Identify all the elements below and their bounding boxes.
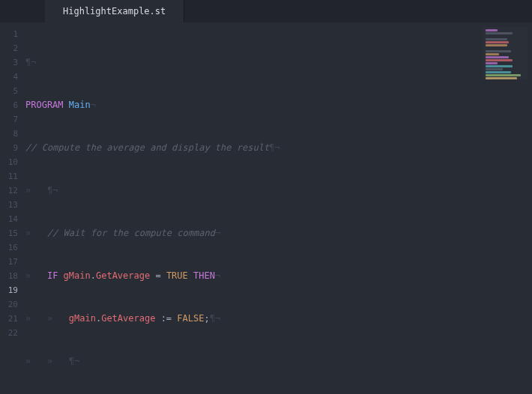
editor: 12345678910111213141516171819202122 ¶¬ P… (0, 22, 532, 394)
line-number: 8 (0, 127, 18, 141)
line-number: 18 (0, 269, 18, 283)
code-area[interactable]: ¶¬ PROGRAM Main¬ // Compute the average … (25, 22, 532, 394)
line-number: 14 (0, 212, 18, 226)
line-number: 16 (0, 240, 18, 255)
line-number: 9 (0, 141, 18, 155)
line-number: 6 (0, 98, 18, 112)
line-number: 17 (0, 255, 18, 269)
minimap[interactable] (483, 27, 528, 79)
line-number: 19 (0, 283, 18, 297)
line-number: 12 (0, 184, 18, 198)
line-number: 11 (0, 169, 18, 184)
file-tab[interactable]: HighlightExample.st (45, 0, 184, 22)
line-number: 7 (0, 112, 18, 127)
line-number: 5 (0, 84, 18, 98)
line-number: 3 (0, 55, 18, 70)
line-gutter: 12345678910111213141516171819202122 (0, 22, 25, 394)
line-number: 2 (0, 41, 18, 55)
line-number: 13 (0, 198, 18, 212)
line-number: 22 (0, 326, 18, 340)
tab-bar: HighlightExample.st (0, 0, 532, 22)
line-number: 10 (0, 155, 18, 169)
line-number: 4 (0, 70, 18, 84)
line-number: 21 (0, 312, 18, 326)
line-number: 15 (0, 226, 18, 240)
tab-filename: HighlightExample.st (63, 6, 166, 16)
line-number: 1 (0, 27, 18, 41)
line-number: 20 (0, 297, 18, 312)
